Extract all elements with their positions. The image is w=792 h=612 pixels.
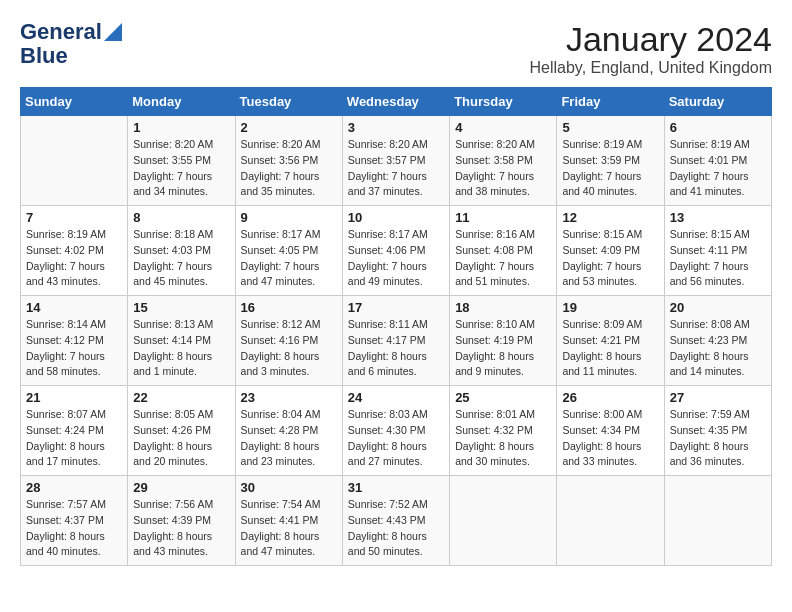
day-info: Sunrise: 7:56 AMSunset: 4:39 PMDaylight:… bbox=[133, 497, 229, 560]
day-info: Sunrise: 7:57 AMSunset: 4:37 PMDaylight:… bbox=[26, 497, 122, 560]
calendar-cell: 29Sunrise: 7:56 AMSunset: 4:39 PMDayligh… bbox=[128, 476, 235, 566]
day-number: 24 bbox=[348, 390, 444, 405]
calendar-cell: 22Sunrise: 8:05 AMSunset: 4:26 PMDayligh… bbox=[128, 386, 235, 476]
title-block: January 2024 Hellaby, England, United Ki… bbox=[529, 20, 772, 77]
day-info: Sunrise: 8:09 AMSunset: 4:21 PMDaylight:… bbox=[562, 317, 658, 380]
day-number: 11 bbox=[455, 210, 551, 225]
calendar-cell: 1Sunrise: 8:20 AMSunset: 3:55 PMDaylight… bbox=[128, 116, 235, 206]
calendar-body: 1Sunrise: 8:20 AMSunset: 3:55 PMDaylight… bbox=[21, 116, 772, 566]
calendar-header-row: SundayMondayTuesdayWednesdayThursdayFrid… bbox=[21, 88, 772, 116]
calendar-cell: 15Sunrise: 8:13 AMSunset: 4:14 PMDayligh… bbox=[128, 296, 235, 386]
calendar-cell bbox=[557, 476, 664, 566]
weekday-header: Thursday bbox=[450, 88, 557, 116]
day-info: Sunrise: 8:20 AMSunset: 3:58 PMDaylight:… bbox=[455, 137, 551, 200]
calendar-cell: 8Sunrise: 8:18 AMSunset: 4:03 PMDaylight… bbox=[128, 206, 235, 296]
day-info: Sunrise: 8:11 AMSunset: 4:17 PMDaylight:… bbox=[348, 317, 444, 380]
day-number: 3 bbox=[348, 120, 444, 135]
day-number: 19 bbox=[562, 300, 658, 315]
day-number: 29 bbox=[133, 480, 229, 495]
calendar-cell bbox=[21, 116, 128, 206]
day-info: Sunrise: 8:20 AMSunset: 3:57 PMDaylight:… bbox=[348, 137, 444, 200]
calendar-week-row: 1Sunrise: 8:20 AMSunset: 3:55 PMDaylight… bbox=[21, 116, 772, 206]
day-info: Sunrise: 8:07 AMSunset: 4:24 PMDaylight:… bbox=[26, 407, 122, 470]
day-number: 23 bbox=[241, 390, 337, 405]
day-info: Sunrise: 8:20 AMSunset: 3:55 PMDaylight:… bbox=[133, 137, 229, 200]
day-number: 25 bbox=[455, 390, 551, 405]
calendar-cell: 16Sunrise: 8:12 AMSunset: 4:16 PMDayligh… bbox=[235, 296, 342, 386]
logo-blue: Blue bbox=[20, 44, 68, 68]
day-number: 1 bbox=[133, 120, 229, 135]
day-info: Sunrise: 7:52 AMSunset: 4:43 PMDaylight:… bbox=[348, 497, 444, 560]
day-number: 26 bbox=[562, 390, 658, 405]
calendar-cell: 21Sunrise: 8:07 AMSunset: 4:24 PMDayligh… bbox=[21, 386, 128, 476]
calendar-cell: 12Sunrise: 8:15 AMSunset: 4:09 PMDayligh… bbox=[557, 206, 664, 296]
day-number: 6 bbox=[670, 120, 766, 135]
day-number: 14 bbox=[26, 300, 122, 315]
weekday-header: Friday bbox=[557, 88, 664, 116]
day-number: 4 bbox=[455, 120, 551, 135]
calendar-cell: 18Sunrise: 8:10 AMSunset: 4:19 PMDayligh… bbox=[450, 296, 557, 386]
calendar-cell: 25Sunrise: 8:01 AMSunset: 4:32 PMDayligh… bbox=[450, 386, 557, 476]
day-number: 5 bbox=[562, 120, 658, 135]
calendar-cell: 9Sunrise: 8:17 AMSunset: 4:05 PMDaylight… bbox=[235, 206, 342, 296]
day-info: Sunrise: 8:03 AMSunset: 4:30 PMDaylight:… bbox=[348, 407, 444, 470]
calendar-week-row: 28Sunrise: 7:57 AMSunset: 4:37 PMDayligh… bbox=[21, 476, 772, 566]
calendar-week-row: 7Sunrise: 8:19 AMSunset: 4:02 PMDaylight… bbox=[21, 206, 772, 296]
calendar-cell: 14Sunrise: 8:14 AMSunset: 4:12 PMDayligh… bbox=[21, 296, 128, 386]
day-number: 10 bbox=[348, 210, 444, 225]
calendar-cell: 2Sunrise: 8:20 AMSunset: 3:56 PMDaylight… bbox=[235, 116, 342, 206]
day-info: Sunrise: 8:17 AMSunset: 4:05 PMDaylight:… bbox=[241, 227, 337, 290]
calendar-cell: 28Sunrise: 7:57 AMSunset: 4:37 PMDayligh… bbox=[21, 476, 128, 566]
day-number: 28 bbox=[26, 480, 122, 495]
page-header: General Blue January 2024 Hellaby, Engla… bbox=[20, 20, 772, 77]
day-info: Sunrise: 8:20 AMSunset: 3:56 PMDaylight:… bbox=[241, 137, 337, 200]
calendar-cell: 13Sunrise: 8:15 AMSunset: 4:11 PMDayligh… bbox=[664, 206, 771, 296]
svg-marker-0 bbox=[104, 23, 122, 41]
day-info: Sunrise: 8:16 AMSunset: 4:08 PMDaylight:… bbox=[455, 227, 551, 290]
day-number: 22 bbox=[133, 390, 229, 405]
day-number: 12 bbox=[562, 210, 658, 225]
weekday-header: Sunday bbox=[21, 88, 128, 116]
day-number: 27 bbox=[670, 390, 766, 405]
day-info: Sunrise: 8:15 AMSunset: 4:11 PMDaylight:… bbox=[670, 227, 766, 290]
day-info: Sunrise: 8:10 AMSunset: 4:19 PMDaylight:… bbox=[455, 317, 551, 380]
day-info: Sunrise: 8:08 AMSunset: 4:23 PMDaylight:… bbox=[670, 317, 766, 380]
weekday-header: Tuesday bbox=[235, 88, 342, 116]
day-number: 21 bbox=[26, 390, 122, 405]
logo-general: General bbox=[20, 20, 102, 44]
calendar-cell: 10Sunrise: 8:17 AMSunset: 4:06 PMDayligh… bbox=[342, 206, 449, 296]
location: Hellaby, England, United Kingdom bbox=[529, 59, 772, 77]
day-number: 2 bbox=[241, 120, 337, 135]
calendar-cell: 17Sunrise: 8:11 AMSunset: 4:17 PMDayligh… bbox=[342, 296, 449, 386]
weekday-header: Wednesday bbox=[342, 88, 449, 116]
day-info: Sunrise: 8:04 AMSunset: 4:28 PMDaylight:… bbox=[241, 407, 337, 470]
day-info: Sunrise: 8:05 AMSunset: 4:26 PMDaylight:… bbox=[133, 407, 229, 470]
calendar-cell: 30Sunrise: 7:54 AMSunset: 4:41 PMDayligh… bbox=[235, 476, 342, 566]
day-info: Sunrise: 8:19 AMSunset: 4:02 PMDaylight:… bbox=[26, 227, 122, 290]
calendar-cell: 7Sunrise: 8:19 AMSunset: 4:02 PMDaylight… bbox=[21, 206, 128, 296]
day-number: 30 bbox=[241, 480, 337, 495]
weekday-header: Monday bbox=[128, 88, 235, 116]
weekday-header: Saturday bbox=[664, 88, 771, 116]
calendar-cell bbox=[450, 476, 557, 566]
day-number: 31 bbox=[348, 480, 444, 495]
day-number: 15 bbox=[133, 300, 229, 315]
day-number: 13 bbox=[670, 210, 766, 225]
day-info: Sunrise: 7:54 AMSunset: 4:41 PMDaylight:… bbox=[241, 497, 337, 560]
day-info: Sunrise: 8:13 AMSunset: 4:14 PMDaylight:… bbox=[133, 317, 229, 380]
day-number: 20 bbox=[670, 300, 766, 315]
calendar-cell: 23Sunrise: 8:04 AMSunset: 4:28 PMDayligh… bbox=[235, 386, 342, 476]
calendar-cell: 3Sunrise: 8:20 AMSunset: 3:57 PMDaylight… bbox=[342, 116, 449, 206]
calendar-cell: 31Sunrise: 7:52 AMSunset: 4:43 PMDayligh… bbox=[342, 476, 449, 566]
calendar-cell: 6Sunrise: 8:19 AMSunset: 4:01 PMDaylight… bbox=[664, 116, 771, 206]
day-number: 16 bbox=[241, 300, 337, 315]
day-number: 9 bbox=[241, 210, 337, 225]
day-info: Sunrise: 8:19 AMSunset: 3:59 PMDaylight:… bbox=[562, 137, 658, 200]
day-info: Sunrise: 7:59 AMSunset: 4:35 PMDaylight:… bbox=[670, 407, 766, 470]
calendar-cell: 20Sunrise: 8:08 AMSunset: 4:23 PMDayligh… bbox=[664, 296, 771, 386]
day-info: Sunrise: 8:01 AMSunset: 4:32 PMDaylight:… bbox=[455, 407, 551, 470]
calendar-cell: 5Sunrise: 8:19 AMSunset: 3:59 PMDaylight… bbox=[557, 116, 664, 206]
day-info: Sunrise: 8:15 AMSunset: 4:09 PMDaylight:… bbox=[562, 227, 658, 290]
day-info: Sunrise: 8:12 AMSunset: 4:16 PMDaylight:… bbox=[241, 317, 337, 380]
day-info: Sunrise: 8:14 AMSunset: 4:12 PMDaylight:… bbox=[26, 317, 122, 380]
